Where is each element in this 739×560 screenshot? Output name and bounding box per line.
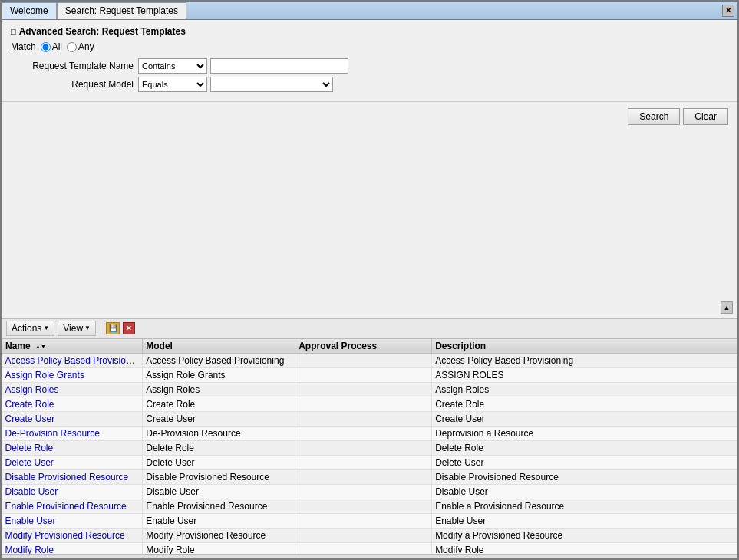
cell-name[interactable]: Create Role [2,397,143,411]
row-name-link[interactable]: Disable User [5,486,58,497]
row-name-link[interactable]: Assign Roles [5,384,59,395]
collapse-icon[interactable]: □ [11,27,16,36]
row-name-link[interactable]: Enable User [5,516,56,526]
table-row[interactable]: Enable Provisioned ResourceEnable Provis… [2,499,737,513]
cell-approval [295,528,432,542]
row-name-link[interactable]: Create User [5,413,55,424]
bottom-bar [2,554,737,558]
table-row[interactable]: Delete UserDelete UserDelete User [2,455,737,469]
scroll-up-button[interactable]: ▲ [721,301,733,314]
view-label: View [63,323,83,334]
request-model-row: Request Model Equals Contains [11,77,728,92]
cell-name[interactable]: Disable Provisioned Resource [2,469,143,484]
title-bar: Welcome Search: Request Templates ✕ [2,2,737,20]
cell-name[interactable]: Modify Provisioned Resource [2,528,143,542]
table-row[interactable]: Modify RoleModify RoleModify Role [2,542,737,554]
panel-title: □ Advanced Search: Request Templates [11,26,728,37]
cell-approval [295,513,432,528]
cell-description: Delete User [432,455,737,469]
table-row[interactable]: Assign Role GrantsAssign Role GrantsASSI… [2,367,737,382]
match-all-radio[interactable] [41,42,51,52]
request-model-value[interactable] [210,77,333,92]
view-button[interactable]: View ▼ [58,321,96,336]
row-name-link[interactable]: Disable Provisioned Resource [5,472,129,483]
toolbar: Actions ▼ View ▼ 💾 ✕ [2,318,737,338]
cell-name[interactable]: Access Policy Based Provisioning [2,353,143,367]
cell-approval [295,397,432,411]
tab-request-templates[interactable]: Search: Request Templates [57,2,186,19]
close-button[interactable]: ✕ [722,5,734,17]
clear-button[interactable]: Clear [683,108,728,125]
cell-name[interactable]: Enable User [2,513,143,528]
button-row: Search Clear [2,102,737,130]
cell-name[interactable]: Delete User [2,455,143,469]
cell-approval [295,455,432,469]
match-any-label[interactable]: Any [67,41,94,52]
table-row[interactable]: Delete RoleDelete RoleDelete Role [2,440,737,455]
row-name-link[interactable]: Modify Provisioned Resource [5,530,125,541]
row-name-link[interactable]: Delete Role [5,443,54,453]
cell-approval [295,499,432,513]
tab-welcome[interactable]: Welcome [2,2,57,19]
cell-approval [295,484,432,499]
cell-name[interactable]: Disable User [2,484,143,499]
cell-model: Delete User [143,455,295,469]
row-name-link[interactable]: Delete User [5,457,54,468]
sort-icons-name[interactable]: ▲▼ [35,344,46,349]
cell-approval [295,353,432,367]
cell-description: ASSIGN ROLES [432,367,737,382]
cell-name[interactable]: De-Provision Resource [2,426,143,440]
cell-model: Create Role [143,397,295,411]
table-row[interactable]: Modify Provisioned ResourceModify Provis… [2,528,737,542]
view-dropdown-icon: ▼ [84,324,91,331]
cell-model: Modify Provisioned Resource [143,528,295,542]
request-model-operator[interactable]: Equals Contains [138,77,207,92]
row-name-link[interactable]: Access Policy Based Provisioning [5,355,143,366]
row-name-link[interactable]: Modify Role [5,545,54,555]
col-model: Model [143,338,295,353]
cell-name[interactable]: Modify Role [2,542,143,554]
cell-description: Enable a Provisioned Resource [432,499,737,513]
cell-name[interactable]: Assign Role Grants [2,367,143,382]
cell-description: Enable User [432,513,737,528]
cell-model: Enable Provisioned Resource [143,499,295,513]
cell-description: Assign Roles [432,382,737,397]
row-name-link[interactable]: Enable Provisioned Resource [5,501,127,512]
table-row[interactable]: Disable Provisioned ResourceDisable Prov… [2,469,737,484]
actions-button[interactable]: Actions ▼ [6,321,54,336]
delete-icon[interactable]: ✕ [123,322,135,334]
table-container[interactable]: Name ▲▼ Model Approval Process Descripti… [2,338,737,555]
table-row[interactable]: Enable UserEnable UserEnable User [2,513,737,528]
tab-request-templates-label: Search: Request Templates [65,5,178,16]
template-name-label: Request Template Name [11,61,134,71]
row-name-link[interactable]: Assign Role Grants [5,370,84,380]
table-row[interactable]: Create RoleCreate RoleCreate Role [2,397,737,411]
cell-approval [295,440,432,455]
cell-name[interactable]: Delete Role [2,440,143,455]
cell-name[interactable]: Assign Roles [2,382,143,397]
cell-description: Deprovision a Resource [432,426,737,440]
table-row[interactable]: Create UserCreate UserCreate User [2,411,737,426]
cell-model: Access Policy Based Provisioning [143,353,295,367]
cell-name[interactable]: Enable Provisioned Resource [2,499,143,513]
cell-model: Delete Role [143,440,295,455]
search-button[interactable]: Search [628,108,680,125]
cell-model: Disable User [143,484,295,499]
cell-model: Disable Provisioned Resource [143,469,295,484]
table-row[interactable]: Assign RolesAssign RolesAssign Roles [2,382,737,397]
tab-welcome-label: Welcome [10,5,48,16]
match-all-label[interactable]: All [41,41,62,52]
col-name[interactable]: Name ▲▼ [2,338,143,353]
table-row[interactable]: De-Provision ResourceDe-Provision Resour… [2,426,737,440]
template-name-input[interactable] [210,58,348,74]
row-name-link[interactable]: Create Role [5,399,54,410]
template-name-operator[interactable]: Contains Equals Starts With [138,58,207,74]
cell-description: Access Policy Based Provisioning [432,353,737,367]
row-name-link[interactable]: De-Provision Resource [5,428,100,439]
save-icon[interactable]: 💾 [106,322,120,334]
match-any-radio[interactable] [67,42,77,52]
cell-name[interactable]: Create User [2,411,143,426]
cell-description: Modify Role [432,542,737,554]
table-row[interactable]: Disable UserDisable UserDisable User [2,484,737,499]
table-row[interactable]: Access Policy Based ProvisioningAccess P… [2,353,737,367]
